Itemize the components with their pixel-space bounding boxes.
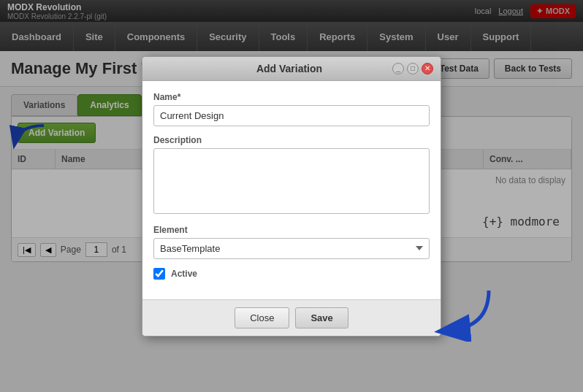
modal-overlay: Add Variation _ □ ✕ Name* Description xyxy=(0,0,583,392)
modal-maximize-button[interactable]: □ xyxy=(407,63,419,74)
active-label: Active xyxy=(171,269,197,279)
modal-title: Add Variation xyxy=(186,63,392,74)
name-label: Name* xyxy=(153,92,430,102)
description-textarea[interactable] xyxy=(153,148,430,214)
description-field-group: Description xyxy=(153,135,430,216)
element-label: Element xyxy=(153,225,430,235)
modal-wrapper: Add Variation _ □ ✕ Name* Description xyxy=(142,56,441,337)
modal-title-bar: Add Variation _ □ ✕ xyxy=(142,57,441,81)
active-field-group: Active xyxy=(153,268,430,280)
modal-close-button[interactable]: Close xyxy=(235,307,289,328)
element-select[interactable]: BaseTemplate xyxy=(153,238,430,259)
add-variation-modal: Add Variation _ □ ✕ Name* Description xyxy=(142,56,441,337)
name-field-group: Name* xyxy=(153,92,430,126)
modal-footer: Close Save xyxy=(142,299,441,336)
active-checkbox[interactable] xyxy=(153,268,165,280)
name-input[interactable] xyxy=(153,105,430,126)
modal-body: Name* Description Element BaseTemplate xyxy=(142,81,441,299)
modal-close-x-button[interactable]: ✕ xyxy=(422,63,433,74)
element-field-group: Element BaseTemplate xyxy=(153,225,430,259)
arrow-to-save xyxy=(427,283,500,344)
modal-controls: _ □ ✕ xyxy=(392,63,433,74)
modal-save-button[interactable]: Save xyxy=(295,307,348,328)
modal-minimize-button[interactable]: _ xyxy=(392,63,404,74)
description-label: Description xyxy=(153,135,430,145)
